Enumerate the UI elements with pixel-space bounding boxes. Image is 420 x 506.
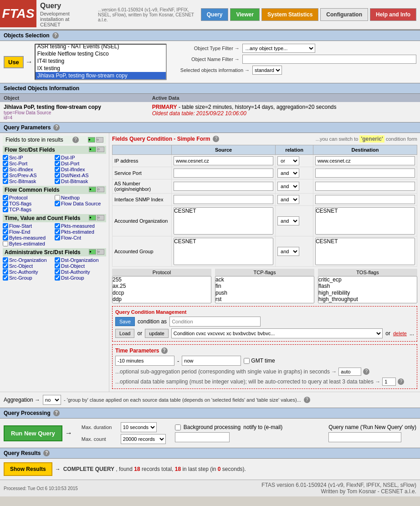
condition-help-icon[interactable]: ?	[213, 136, 219, 142]
dst-auth-field[interactable]: Dst-Authority	[55, 269, 105, 275]
acc-org-dst-list[interactable]: CESNET	[315, 207, 415, 235]
nav-help-button[interactable]: Help and Info	[370, 8, 416, 21]
src-bitmask-checkbox[interactable]	[3, 179, 8, 184]
flow-common-toggle-on[interactable]: ●	[89, 187, 96, 192]
bg-processing-checkbox[interactable]	[175, 424, 181, 430]
tcp-flags-checkbox[interactable]	[3, 207, 8, 212]
as-dst-input[interactable]	[315, 182, 415, 191]
bytes-measured-field[interactable]: Bytes-measured	[3, 235, 53, 240]
object-option[interactable]: ASR testing - NAT Events (NSEL)	[36, 44, 166, 50]
dst-org-checkbox[interactable]	[55, 257, 60, 263]
flow-end-field[interactable]: Flow-End	[3, 229, 53, 235]
src-org-checkbox[interactable]	[3, 257, 8, 263]
notify-email-input[interactable]	[175, 432, 230, 442]
flow-start-field[interactable]: Flow-Start	[3, 223, 53, 229]
src-ifindex-field[interactable]: Src-ifIndex	[3, 167, 53, 172]
ip-dst-input[interactable]	[315, 156, 415, 165]
run-new-query-button[interactable]: Run New Query	[4, 425, 62, 441]
dst-ifindex-checkbox[interactable]	[55, 167, 60, 172]
tcp-flags-field[interactable]: TCP-flags	[3, 207, 53, 212]
src-grp-field[interactable]: Src-Group	[3, 275, 53, 281]
object-option[interactable]: IX testing	[36, 65, 166, 72]
save-condition-button[interactable]: Save	[115, 317, 135, 326]
as-src-input[interactable]	[174, 182, 273, 191]
src-grp-checkbox[interactable]	[3, 275, 8, 281]
src-as-checkbox[interactable]	[3, 173, 8, 178]
query-results-help-icon[interactable]: ?	[43, 450, 50, 456]
query-params-help-icon[interactable]: ?	[53, 124, 60, 131]
bytes-estimated-checkbox[interactable]	[3, 241, 8, 246]
objects-list[interactable]: ASR testing - NAT Events (NSEL) Flexible…	[35, 44, 167, 80]
src-org-field[interactable]: Src-Organization	[3, 257, 53, 263]
saved-conditions-select[interactable]: Condition cvxc vxcvxvc xc bvxbvcbvc bvbv…	[171, 328, 383, 338]
src-ip-checkbox[interactable]	[3, 155, 8, 160]
dst-org-field[interactable]: Dst-Organization	[55, 257, 105, 263]
dst-grp-checkbox[interactable]	[55, 275, 60, 281]
flow-common-toggle-off[interactable]: ○	[97, 187, 104, 192]
time-toggle-off[interactable]: ○	[97, 215, 104, 220]
dst-auth-checkbox[interactable]	[55, 269, 60, 275]
nav-viewer-button[interactable]: Viewer	[230, 8, 259, 21]
max-count-select[interactable]: 20000 records 50000 records 100000 recor…	[121, 434, 166, 444]
snmp-src-input[interactable]	[174, 195, 273, 204]
nav-configuration-button[interactable]: Configuration	[320, 8, 368, 21]
time-toggle-on[interactable]: ●	[89, 215, 96, 220]
dst-ifindex-field[interactable]: Dst-ifIndex	[55, 167, 105, 172]
agg-help-icon[interactable]: ?	[304, 397, 310, 403]
aggregation-select[interactable]: no yes	[43, 395, 61, 405]
src-ip-field[interactable]: Src-IP	[3, 155, 53, 160]
gmt-checkbox[interactable]	[244, 358, 250, 364]
dst-bitmask-field[interactable]: Dst-Bitmask	[55, 179, 105, 184]
dst-as-checkbox[interactable]	[55, 173, 60, 178]
src-as-field[interactable]: Src/Prev-AS	[3, 173, 53, 178]
dst-bitmask-checkbox[interactable]	[55, 179, 60, 184]
protocol-field[interactable]: Protocol	[3, 195, 53, 200]
protocol-list[interactable]: 255 ax.25 dccp ddp	[112, 276, 211, 303]
bytes-estimated-field[interactable]: Bytes-estimated	[3, 241, 53, 246]
src-obj-field[interactable]: Src-Object	[3, 263, 53, 269]
snmp-dst-input[interactable]	[315, 195, 415, 204]
dst-ip-checkbox[interactable]	[55, 155, 60, 160]
bytes-measured-checkbox[interactable]	[3, 235, 8, 240]
acc-org-relation-select[interactable]: andor	[277, 216, 299, 225]
dst-as-field[interactable]: Dst/Next-AS	[55, 173, 105, 178]
nexthop-checkbox[interactable]	[55, 195, 60, 200]
dst-obj-checkbox[interactable]	[55, 263, 60, 269]
ip-relation-select[interactable]: orand	[277, 156, 299, 165]
nav-system-stats-button[interactable]: System Statistics	[261, 8, 318, 21]
protocol-checkbox[interactable]	[3, 195, 8, 200]
object-option[interactable]: Jihlava PoP, testing flow-stream copy	[36, 72, 166, 79]
sampling-input[interactable]	[382, 378, 396, 386]
admin-toggle-off[interactable]: ○	[97, 249, 104, 255]
update-condition-button[interactable]: update	[145, 329, 169, 338]
dst-port-checkbox[interactable]	[55, 161, 60, 166]
object-type-filter-select[interactable]: ...any object type...	[242, 44, 315, 53]
tosflags-list[interactable]: critic_ecp flash high_relibility high_th…	[318, 276, 417, 303]
object-name-filter-input[interactable]	[242, 55, 416, 64]
pkts-measured-checkbox[interactable]	[55, 223, 60, 229]
sub-agg-help-icon[interactable]: ?	[363, 368, 369, 375]
sp-relation-select[interactable]: andor	[277, 169, 299, 178]
flow-end-checkbox[interactable]	[3, 229, 8, 235]
object-option[interactable]: IT4I testing	[36, 57, 166, 65]
as-relation-select[interactable]: andor	[277, 182, 299, 191]
src-ifindex-checkbox[interactable]	[3, 167, 8, 172]
pkts-estimated-field[interactable]: Pkts-estimated	[55, 229, 105, 235]
object-option[interactable]: Flexible Netflow testing Cisco	[36, 50, 166, 57]
src-port-field[interactable]: Src-Port	[3, 161, 53, 166]
sp-dst-input[interactable]	[315, 169, 415, 178]
max-duration-select[interactable]: 10 seconds 20 seconds 30 seconds 1 minut…	[121, 422, 157, 432]
delete-condition-link[interactable]: delete	[393, 331, 407, 336]
src-auth-field[interactable]: Src-Authority	[3, 269, 53, 275]
snmp-relation-select[interactable]: andor	[277, 195, 299, 204]
acc-grp-src-list[interactable]: CESNET	[174, 238, 273, 265]
query-name-input[interactable]	[328, 432, 401, 442]
toggle-on[interactable]: ●	[88, 137, 95, 143]
dst-grp-field[interactable]: Dst-Group	[55, 275, 105, 281]
acc-org-src-list[interactable]: CESNET	[174, 207, 273, 235]
src-auth-checkbox[interactable]	[3, 269, 8, 275]
flow-start-checkbox[interactable]	[3, 223, 8, 229]
acc-grp-dst-list[interactable]: CESNET	[315, 238, 415, 265]
time-to-input[interactable]	[182, 356, 241, 366]
time-params-help-icon[interactable]: ?	[161, 348, 168, 354]
